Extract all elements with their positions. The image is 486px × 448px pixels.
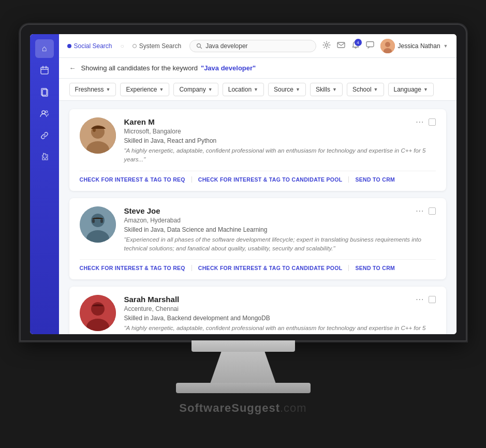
filter-bar: Freshness ▼ Experience ▼ Company ▼ Loc: [59, 79, 456, 101]
user-dropdown-chevron[interactable]: ▼: [444, 43, 448, 49]
chevron-icon: ▼: [296, 87, 300, 92]
candidate-header: Steve Joe ···: [124, 206, 436, 216]
tab-divider: ○: [121, 42, 124, 50]
sidebar-icon-people[interactable]: [35, 104, 54, 123]
card-top: Karen M ··· Microsoft, Bangalore Skilled…: [80, 117, 436, 165]
filter-school[interactable]: School ▼: [347, 83, 384, 96]
system-search-tab[interactable]: System Search: [132, 42, 181, 50]
sidebar-icon-documents[interactable]: [35, 83, 54, 101]
candidates-list: Karen M ··· Microsoft, Bangalore Skilled…: [59, 101, 456, 334]
svg-rect-0: [41, 67, 48, 74]
main-content: Social Search ○ System Search: [59, 34, 456, 334]
candidate-info-steve: Steve Joe ··· Amazon, Hyderabad Skilled …: [124, 206, 436, 253]
svg-point-26: [91, 302, 105, 316]
watermark: SoftwareSuggest.com: [171, 393, 315, 423]
user-info[interactable]: Jessica Nathan ▼: [380, 39, 448, 53]
mail-icon-btn[interactable]: [337, 41, 345, 51]
candidate-name: Karen M: [124, 117, 155, 126]
notification-badge: 4: [355, 39, 362, 46]
candidate-bio: "A highly energetic, adaptable, confiden…: [124, 324, 436, 334]
svg-rect-12: [366, 42, 374, 47]
search-icon: [196, 43, 202, 49]
sidebar-icon-calendar[interactable]: [35, 61, 54, 80]
more-options-btn[interactable]: ···: [416, 295, 424, 304]
card-top: Steve Joe ··· Amazon, Hyderabad Skilled …: [80, 206, 436, 253]
svg-point-10: [325, 44, 328, 47]
check-pool-link-karen[interactable]: CHECK FOR INTEREST & TAG TO CANDIDATE PO…: [192, 176, 349, 183]
candidate-header: Sarah Marshall ···: [124, 295, 436, 304]
candidate-skills: Skilled in Java, Backend development and…: [124, 315, 436, 322]
candidate-skills: Skilled in Java, React and Python: [124, 137, 436, 144]
top-bar-actions: 4: [322, 39, 448, 53]
chevron-icon: ▼: [374, 87, 378, 92]
more-options-btn[interactable]: ···: [416, 206, 424, 216]
card-checkbox[interactable]: [429, 207, 436, 215]
sidebar-icon-link[interactable]: [35, 126, 54, 145]
send-crm-link-karen[interactable]: SEND TO CRM: [349, 176, 401, 183]
active-dot: [67, 44, 71, 48]
card-actions-bottom: CHECK FOR INTEREST & TAG TO REQ CHECK FO…: [80, 259, 436, 271]
sidebar-icon-home[interactable]: ⌂: [35, 39, 54, 58]
send-crm-link-steve[interactable]: SEND TO CRM: [349, 265, 401, 271]
candidate-company: Accenture, Chennai: [124, 305, 436, 312]
check-interest-link-karen[interactable]: CHECK FOR INTEREST & TAG TO REQ: [80, 176, 192, 183]
card-checkbox[interactable]: [429, 118, 436, 126]
svg-point-6: [42, 111, 45, 114]
svg-rect-23: [92, 219, 95, 223]
settings-icon-btn[interactable]: [322, 41, 331, 51]
svg-point-7: [46, 111, 48, 113]
card-actions-top: ···: [416, 295, 435, 304]
filter-freshness[interactable]: Freshness ▼: [69, 83, 116, 96]
card-checkbox[interactable]: [429, 296, 436, 303]
chevron-icon: ▼: [254, 87, 258, 92]
search-keyword: "Java developer": [201, 64, 256, 72]
chevron-icon: ▼: [332, 87, 337, 92]
filter-skills[interactable]: Skills ▼: [310, 83, 343, 96]
more-options-btn[interactable]: ···: [416, 117, 424, 127]
svg-rect-24: [100, 219, 103, 223]
filter-location[interactable]: Location ▼: [223, 83, 264, 96]
sidebar-icon-puzzle[interactable]: [35, 148, 54, 167]
candidate-card-steve: Steve Joe ··· Amazon, Hyderabad Skilled …: [69, 198, 446, 280]
bell-icon-btn[interactable]: 4: [351, 41, 360, 51]
filter-language[interactable]: Language ▼: [388, 83, 434, 96]
top-bar: Social Search ○ System Search: [59, 34, 456, 58]
chevron-icon: ▼: [159, 87, 164, 92]
inactive-dot: [132, 44, 137, 48]
svg-point-14: [385, 42, 390, 47]
filter-experience[interactable]: Experience ▼: [120, 83, 169, 96]
filter-source[interactable]: Source ▼: [268, 83, 306, 96]
chevron-icon: ▼: [423, 87, 428, 92]
check-interest-link-steve[interactable]: CHECK FOR INTEREST & TAG TO REQ: [80, 265, 192, 271]
candidate-skills: Skilled in Java, Data Science and Machin…: [124, 226, 436, 233]
avatar-karen: [80, 117, 116, 154]
chevron-icon: ▼: [208, 87, 213, 92]
card-actions-top: ···: [416, 206, 435, 216]
candidate-info-karen: Karen M ··· Microsoft, Bangalore Skilled…: [124, 117, 436, 165]
candidate-company: Amazon, Hyderabad: [124, 217, 436, 224]
social-search-tab[interactable]: Social Search: [67, 42, 112, 50]
candidate-name: Steve Joe: [124, 206, 160, 215]
search-input-wrap[interactable]: Java developer: [189, 40, 316, 52]
candidate-bio: "Experienced in all phases of the softwa…: [124, 235, 436, 253]
candidate-card-sarah: Sarah Marshall ··· Accenture, Chennai Sk…: [69, 287, 446, 334]
card-actions-bottom: CHECK FOR INTEREST & TAG TO REQ CHECK FO…: [80, 171, 436, 183]
svg-line-9: [200, 47, 202, 48]
avatar-sarah: [80, 295, 116, 331]
chat-icon-btn[interactable]: [366, 41, 374, 51]
card-top: Sarah Marshall ··· Accenture, Chennai Sk…: [80, 295, 436, 334]
sidebar: ⌂: [30, 34, 59, 334]
candidate-card-karen: Karen M ··· Microsoft, Bangalore Skilled…: [69, 109, 446, 191]
filter-company[interactable]: Company ▼: [173, 83, 218, 96]
candidate-name: Sarah Marshall: [124, 295, 180, 304]
back-arrow[interactable]: ←: [69, 64, 76, 72]
user-avatar: [380, 39, 395, 53]
chevron-icon: ▼: [106, 87, 111, 92]
svg-rect-11: [337, 42, 345, 48]
candidate-header: Karen M ···: [124, 117, 436, 127]
check-pool-link-steve[interactable]: CHECK FOR INTEREST & TAG TO CANDIDATE PO…: [192, 265, 349, 271]
avatar-steve: [80, 206, 116, 243]
results-header: ← Showing all candidates for the keyword…: [59, 58, 456, 79]
candidate-info-sarah: Sarah Marshall ··· Accenture, Chennai Sk…: [124, 295, 436, 334]
candidate-company: Microsoft, Bangalore: [124, 128, 436, 135]
